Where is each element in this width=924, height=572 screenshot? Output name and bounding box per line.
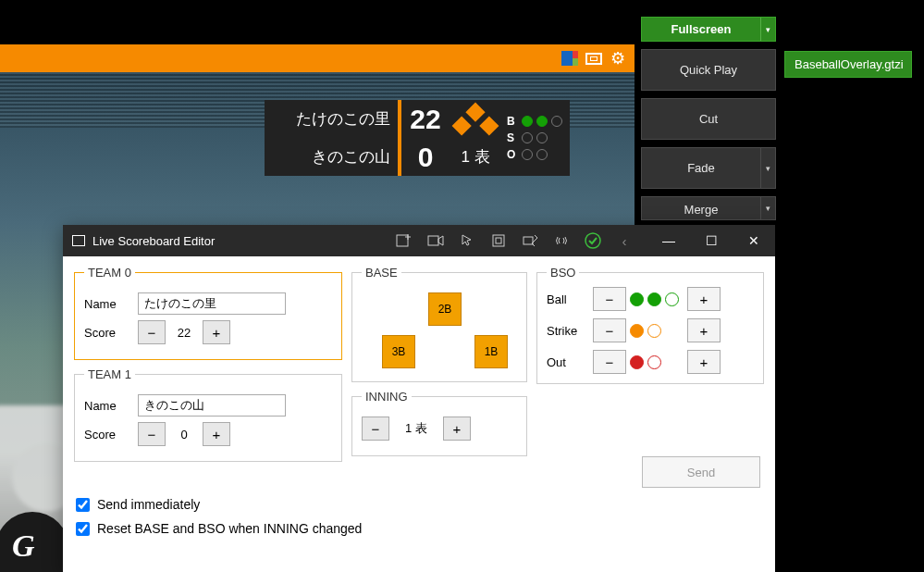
merge-dropdown[interactable]: ▾ bbox=[760, 197, 775, 219]
quickplay-button[interactable]: Quick Play bbox=[641, 49, 776, 91]
live-scoreboard-editor-window: Live Scoreboard Editor ‹ — ☐ ✕ TEAM 0 Na… bbox=[63, 225, 775, 572]
tool-broadcast-icon[interactable] bbox=[546, 225, 577, 256]
tool-camera-icon[interactable] bbox=[420, 225, 451, 256]
ball-dots bbox=[630, 292, 687, 306]
team0-fieldset: TEAM 0 Name Score − 22 + bbox=[74, 266, 342, 360]
team1-name-input[interactable] bbox=[138, 394, 286, 417]
inning-minus[interactable]: − bbox=[362, 417, 389, 441]
tool-sync-icon[interactable] bbox=[514, 225, 546, 256]
base-3b-button[interactable]: 3B bbox=[382, 335, 415, 368]
send-button[interactable]: Send bbox=[642, 456, 760, 488]
team1-fieldset: TEAM 1 Name Score − 0 + bbox=[74, 367, 342, 462]
scoreboard-overlay: たけのこの里 きのこの山 22 0 1 表 B S O bbox=[265, 100, 570, 176]
team1-score-minus[interactable]: − bbox=[138, 422, 166, 446]
out-dots bbox=[630, 355, 687, 369]
safe-area-icon[interactable] bbox=[585, 50, 603, 67]
strike-dots bbox=[630, 324, 687, 338]
inning-plus[interactable]: + bbox=[443, 417, 471, 441]
ball-minus[interactable]: − bbox=[593, 287, 626, 311]
base-diamond-icon bbox=[452, 102, 499, 149]
svg-rect-1 bbox=[428, 236, 438, 245]
svg-point-5 bbox=[585, 233, 600, 248]
fade-dropdown[interactable]: ▾ bbox=[760, 148, 775, 188]
team0-score-plus[interactable]: + bbox=[203, 320, 230, 344]
bso-fieldset: BSO Ball − + Strike − + Out − bbox=[536, 266, 764, 384]
fullscreen-dropdown[interactable]: ▾ bbox=[760, 18, 775, 41]
svg-rect-2 bbox=[493, 235, 504, 246]
fullscreen-label: Fullscreen bbox=[642, 18, 760, 41]
fullscreen-button[interactable]: Fullscreen ▾ bbox=[641, 17, 776, 42]
svg-rect-3 bbox=[496, 238, 501, 243]
out-minus[interactable]: − bbox=[593, 350, 626, 374]
fade-button[interactable]: Fade ▾ bbox=[641, 147, 776, 189]
tool-rect-icon[interactable] bbox=[483, 225, 514, 256]
inning-fieldset: INNING − 1 表 + bbox=[351, 390, 527, 456]
ball-plus[interactable]: + bbox=[687, 287, 721, 311]
team1-score-value: 0 bbox=[175, 428, 193, 441]
base-1b-button[interactable]: 1B bbox=[474, 335, 508, 368]
base-fieldset: BASE 2B 3B 1B bbox=[351, 266, 527, 382]
gear-icon[interactable]: ⚙ bbox=[609, 50, 627, 67]
team0-score-minus[interactable]: − bbox=[138, 320, 166, 344]
base-2b-button[interactable]: 2B bbox=[428, 292, 462, 326]
window-maximize[interactable]: ☐ bbox=[690, 225, 733, 256]
tool-add-icon[interactable] bbox=[388, 225, 420, 256]
merge-button[interactable]: Merge ▾ bbox=[641, 196, 776, 220]
cut-button[interactable]: Cut bbox=[641, 98, 776, 140]
strike-minus[interactable]: − bbox=[593, 318, 626, 342]
out-plus[interactable]: + bbox=[687, 350, 721, 374]
sb-team1-name: きのこの山 bbox=[265, 138, 398, 176]
preview-toolbar: ⚙ bbox=[0, 44, 634, 72]
tool-back-icon[interactable]: ‹ bbox=[609, 225, 640, 256]
overlay-file-tag[interactable]: BaseballOverlay.gtzi bbox=[784, 51, 912, 78]
team1-score-plus[interactable]: + bbox=[203, 422, 230, 446]
inning-value: 1 表 bbox=[400, 420, 432, 437]
tool-check-icon[interactable] bbox=[577, 225, 609, 256]
window-close[interactable]: ✕ bbox=[733, 225, 775, 256]
send-immediately-checkbox[interactable]: Send immediately bbox=[76, 497, 362, 512]
sb-team0-name: たけのこの里 bbox=[265, 100, 398, 138]
reset-base-bso-checkbox[interactable]: Reset BASE and BSO when INNING changed bbox=[76, 521, 362, 536]
sb-team1-score: 0 bbox=[401, 138, 450, 176]
sb-team0-score: 22 bbox=[401, 100, 450, 138]
window-minimize[interactable]: — bbox=[647, 225, 690, 256]
strike-plus[interactable]: + bbox=[687, 318, 721, 342]
window-icon bbox=[72, 235, 85, 246]
team0-score-value: 22 bbox=[175, 326, 193, 340]
team0-name-input[interactable] bbox=[138, 292, 286, 315]
editor-titlebar[interactable]: Live Scoreboard Editor ‹ — ☐ ✕ bbox=[63, 225, 775, 256]
tool-cursor-icon[interactable] bbox=[451, 225, 483, 256]
editor-title: Live Scoreboard Editor bbox=[92, 234, 215, 248]
color-palette-icon[interactable] bbox=[561, 50, 579, 67]
